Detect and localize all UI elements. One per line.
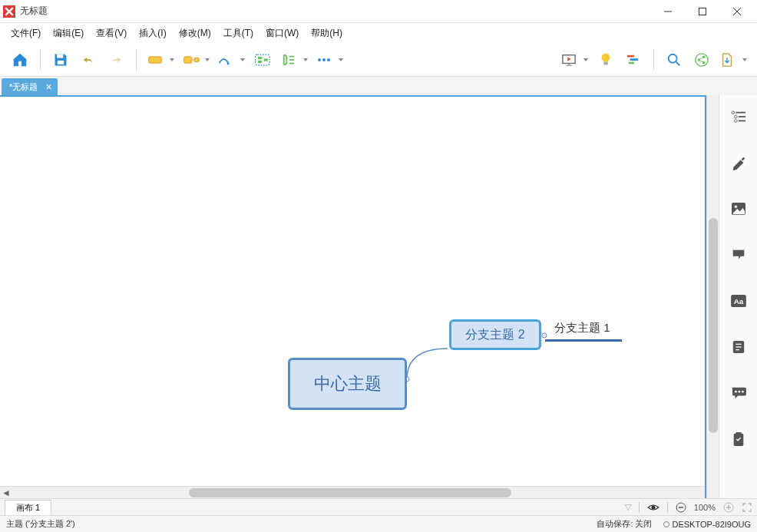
hscroll-thumb[interactable] — [189, 488, 511, 497]
svg-rect-22 — [627, 55, 634, 57]
canvas-container: 中心主题 分支主题 2 分支主题 1 ◄ — [0, 95, 706, 498]
svg-point-51 — [738, 391, 740, 393]
outline-panel-button[interactable] — [725, 103, 752, 131]
svg-rect-9 — [258, 56, 262, 58]
svg-rect-5 — [184, 56, 192, 62]
save-button[interactable] — [48, 48, 73, 72]
app-icon — [3, 5, 15, 18]
separator — [136, 49, 137, 71]
more-button[interactable] — [313, 48, 345, 72]
window-title: 无标题 — [20, 5, 650, 18]
menu-window[interactable]: 窗口(W) — [259, 25, 305, 42]
sheet-tab[interactable]: 画布 1 — [5, 500, 51, 515]
menu-help[interactable]: 帮助(H) — [305, 25, 349, 42]
subtopic-button[interactable] — [180, 48, 212, 72]
summary-button[interactable] — [278, 48, 310, 72]
vscroll-thumb[interactable] — [709, 218, 718, 433]
minimize-button[interactable] — [650, 1, 685, 22]
branch-topic-1-text: 分支主题 1 — [554, 321, 610, 335]
svg-point-52 — [742, 391, 744, 393]
zoom-in-button[interactable] — [723, 502, 734, 513]
svg-line-31 — [699, 58, 703, 59]
connector-dot — [540, 332, 549, 339]
font-panel-button[interactable]: Aa — [725, 287, 752, 315]
share-button[interactable] — [689, 48, 714, 72]
chevron-down-icon — [583, 58, 588, 61]
brainstorm-button[interactable] — [593, 48, 618, 72]
visibility-icon[interactable] — [647, 503, 659, 512]
export-button[interactable] — [717, 48, 749, 72]
close-button[interactable] — [719, 1, 754, 22]
branch-topic-1-underline — [545, 339, 622, 342]
work-area: 中心主题 分支主题 2 分支主题 1 ◄ — [0, 95, 757, 498]
vertical-scrollbar[interactable] — [706, 95, 719, 498]
status-host: DESKTOP-82I9OUG — [663, 520, 752, 529]
menu-file[interactable]: 文件(F) — [5, 25, 47, 42]
svg-rect-6 — [194, 58, 199, 61]
svg-line-32 — [699, 60, 703, 61]
chevron-down-icon — [742, 58, 747, 61]
horizontal-scrollbar[interactable]: ◄ — [0, 486, 705, 498]
status-indicator-icon — [663, 521, 669, 527]
svg-rect-4 — [149, 56, 162, 62]
svg-rect-3 — [58, 60, 64, 64]
zoom-button[interactable] — [662, 48, 686, 72]
separator — [653, 49, 654, 71]
home-button[interactable] — [8, 48, 32, 72]
filter-icon[interactable]: ▽ — [625, 502, 631, 512]
comments-panel-button[interactable] — [725, 379, 752, 407]
zoom-out-button[interactable] — [676, 502, 686, 513]
presentation-button[interactable] — [558, 48, 590, 72]
svg-point-27 — [696, 53, 708, 65]
connector-line — [403, 333, 451, 383]
menu-view[interactable]: 查看(V) — [90, 25, 133, 42]
central-topic-text: 中心主题 — [314, 372, 382, 395]
document-tab[interactable]: *无标题 ✕ — [2, 78, 58, 95]
chevron-down-icon — [205, 58, 210, 61]
sheet-name: 画布 1 — [16, 503, 40, 512]
undo-button[interactable] — [76, 48, 101, 72]
svg-line-26 — [676, 61, 680, 65]
svg-rect-11 — [264, 58, 268, 61]
svg-rect-2 — [57, 54, 63, 58]
branch-topic-2-text: 分支主题 2 — [465, 327, 524, 343]
tab-close-icon[interactable]: ✕ — [44, 82, 53, 91]
menu-modify[interactable]: 修改(M) — [173, 25, 217, 42]
svg-rect-43 — [732, 248, 744, 250]
svg-rect-23 — [630, 58, 639, 61]
boundary-button[interactable] — [250, 48, 275, 72]
image-panel-button[interactable] — [725, 195, 752, 223]
topic-button[interactable] — [144, 48, 177, 72]
relationship-button[interactable] — [215, 48, 247, 72]
zoom-level[interactable]: 100% — [694, 503, 716, 512]
toolbar — [0, 43, 757, 77]
svg-point-34 — [542, 333, 547, 338]
svg-point-25 — [669, 54, 677, 62]
branch-topic-1-node[interactable]: 分支主题 1 — [554, 321, 610, 335]
redo-button[interactable] — [104, 48, 128, 72]
maximize-button[interactable] — [685, 1, 719, 22]
notes-panel-button[interactable] — [725, 333, 752, 361]
title-bar: 无标题 — [0, 0, 757, 23]
chevron-down-icon — [240, 58, 245, 61]
format-panel-button[interactable] — [725, 149, 752, 177]
marker-panel-button[interactable] — [725, 241, 752, 269]
menu-tools[interactable]: 工具(T) — [217, 25, 259, 42]
status-selection: 主题 ('分支主题 2') — [6, 518, 75, 530]
branch-topic-2-node[interactable]: 分支主题 2 — [449, 319, 541, 350]
svg-rect-1 — [699, 8, 706, 15]
fit-button[interactable] — [742, 502, 752, 513]
menu-edit[interactable]: 编辑(E) — [47, 25, 90, 42]
central-topic-node[interactable]: 中心主题 — [288, 358, 407, 410]
menu-bar: 文件(F) 编辑(E) 查看(V) 插入(I) 修改(M) 工具(T) 窗口(W… — [0, 23, 757, 43]
task-panel-button[interactable] — [725, 425, 752, 453]
gantt-button[interactable] — [621, 48, 646, 72]
menu-insert[interactable]: 插入(I) — [133, 25, 172, 42]
svg-rect-54 — [736, 432, 741, 435]
sheet-bar: 画布 1 ▽ 100% — [0, 498, 757, 515]
scroll-left-icon[interactable]: ◄ — [0, 487, 12, 498]
svg-point-16 — [322, 58, 326, 61]
mindmap-canvas[interactable]: 中心主题 分支主题 2 分支主题 1 — [0, 97, 705, 486]
svg-rect-24 — [629, 61, 634, 64]
status-autosave: 自动保存: 关闭 — [597, 518, 652, 530]
